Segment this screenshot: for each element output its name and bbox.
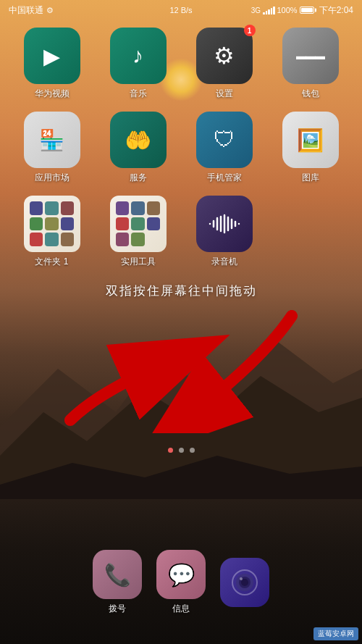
phone-dock-label: 拨号	[109, 603, 126, 615]
recorder-label: 录音机	[211, 256, 237, 268]
page-dot-1	[179, 448, 184, 453]
svg-point-17	[241, 579, 248, 586]
hint-text: 双指按住屏幕往中间拖动	[106, 284, 257, 298]
status-carrier: 中国联通 ⚙	[9, 4, 54, 17]
app-appmarket[interactable]: 🏪 应用市场	[14, 112, 89, 184]
watermark: 蓝莓安卓网	[313, 627, 358, 640]
app-video[interactable]: ▶ 华为视频	[14, 28, 89, 100]
carrier-label: 中国联通	[9, 4, 43, 17]
utilities-icon	[110, 196, 167, 252]
network-type: 3G	[251, 7, 261, 14]
svg-point-18	[240, 577, 243, 580]
settings-icon: ⚙	[46, 6, 54, 15]
app-recorder[interactable]: 录音机	[187, 196, 261, 268]
dock-camera[interactable]	[220, 558, 269, 607]
camera-dock-icon	[220, 558, 269, 607]
camera-lens-svg	[231, 569, 258, 596]
empty-slot	[273, 196, 348, 268]
time-label: 下午2:04	[319, 4, 353, 17]
page-dots	[0, 448, 362, 453]
settings-app-icon: ⚙ 1	[196, 28, 253, 84]
status-right: 3G 100% 下午2:04	[251, 4, 353, 17]
recorder-icon	[196, 196, 253, 252]
app-wallet[interactable]: ▬▬▬ 钱包	[273, 28, 348, 100]
app-folder1[interactable]: 文件夹 1	[14, 196, 89, 268]
arrows-container	[0, 303, 362, 433]
hint-area: 双指按住屏幕往中间拖动	[0, 283, 362, 299]
folder1-label: 文件夹 1	[35, 256, 68, 268]
app-settings[interactable]: ⚙ 1 设置	[187, 28, 261, 100]
video-icon: ▶	[24, 28, 80, 84]
dock-messages[interactable]: 💬 信息	[156, 550, 206, 615]
app-gallery[interactable]: 🖼️ 图库	[273, 112, 348, 184]
dock-phone[interactable]: 📞 拨号	[93, 550, 142, 615]
network-speed: 12 B/s	[169, 6, 192, 14]
music-label: 音乐	[130, 88, 147, 100]
page-dot-2	[190, 448, 195, 453]
waveform-svg	[209, 214, 240, 234]
status-bar: 中国联通 ⚙ 12 B/s 3G 100% 下午2:04	[0, 0, 362, 20]
wallet-label: 钱包	[302, 88, 319, 100]
video-label: 华为视频	[35, 88, 70, 100]
page-dot-0	[168, 448, 173, 453]
gallery-label: 图库	[302, 172, 319, 184]
utilities-label: 实用工具	[121, 256, 156, 268]
appmarket-label: 应用市场	[35, 172, 70, 184]
settings-badge: 1	[244, 25, 256, 36]
gallery-icon: 🖼️	[282, 112, 339, 168]
battery-icon	[300, 7, 314, 14]
messages-dock-label: 信息	[172, 603, 190, 615]
app-utilities[interactable]: 实用工具	[101, 196, 175, 268]
wallet-icon: ▬▬▬	[282, 28, 339, 84]
service-label: 服务	[130, 172, 147, 184]
status-network: 12 B/s	[169, 6, 192, 14]
signal-icon	[263, 6, 275, 14]
dock: 📞 拨号 💬 信息	[93, 550, 269, 615]
arrows-svg	[0, 303, 362, 433]
music-icon: ♪	[110, 28, 167, 84]
messages-dock-icon: 💬	[156, 550, 206, 599]
phone-dock-icon: 📞	[93, 550, 142, 599]
app-phonemanager[interactable]: 🛡 手机管家	[187, 112, 261, 184]
appmarket-icon: 🏪	[24, 112, 80, 168]
phonemanager-icon: 🛡	[196, 112, 253, 168]
battery-percent: 100%	[277, 6, 298, 14]
app-grid: ▶ 华为视频 ♪ 音乐 ⚙ 1 设置 ▬▬▬ 钱包 🏪 应用市场 🤲 服务	[0, 20, 362, 275]
phonemanager-label: 手机管家	[207, 172, 242, 184]
app-service[interactable]: 🤲 服务	[101, 112, 175, 184]
app-music[interactable]: ♪ 音乐	[101, 28, 175, 100]
service-icon: 🤲	[110, 112, 167, 168]
settings-label: 设置	[216, 88, 233, 100]
folder1-icon	[24, 196, 80, 252]
